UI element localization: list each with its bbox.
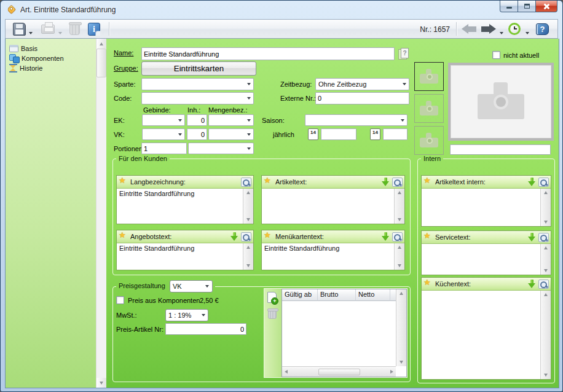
angebotstext-textarea[interactable]: Eintritte Standardführung [117,243,253,270]
vk-gebinde-select[interactable] [142,128,185,140]
textarea-scrollbar[interactable] [394,243,404,270]
magnifier-icon[interactable] [538,233,549,242]
artikeltext-textarea[interactable] [262,189,404,224]
insert-down-arrow-icon[interactable] [528,233,536,242]
textarea-scrollbar[interactable] [540,291,551,379]
price-column-brutto[interactable]: Brutto [318,289,356,301]
price-table-hscrollbar[interactable] [282,366,396,377]
insert-down-arrow-icon[interactable] [528,178,536,187]
insert-down-arrow-icon[interactable] [382,178,390,187]
portionen-einheit-select[interactable] [188,143,254,154]
scrollbar-thumb[interactable] [318,369,360,375]
code-select[interactable] [141,92,254,104]
date-from-input[interactable] [321,128,356,140]
ek-gebinde-select[interactable] [142,114,185,126]
scroll-right-icon[interactable] [390,370,393,374]
magnifier-icon[interactable] [241,232,251,241]
magnifier-icon[interactable] [538,178,549,187]
zeitbezug-select[interactable]: Ohne Zeitbezug [315,78,409,90]
record-number: Nr.: 1657 [420,25,450,34]
toolbar-separator [456,22,457,36]
name-input[interactable] [141,47,395,60]
titlebar[interactable]: Art. Eintritte Standardführung [1,1,562,19]
textarea-scrollbar[interactable] [540,244,551,275]
insert-down-arrow-icon[interactable] [528,280,536,289]
minimize-button[interactable] [500,1,518,12]
sparte-select[interactable] [141,78,254,90]
print-icon[interactable] [41,25,55,34]
vk-label: VK: [114,131,125,138]
scroll-down-icon[interactable] [96,378,106,388]
image-thumbnail-2[interactable] [414,94,444,123]
scrollbar-thumb[interactable] [96,49,106,77]
add-price-icon[interactable] [267,292,277,303]
langbezeichnung-textarea[interactable]: Eintritte Standardführung [117,189,253,224]
servicetext-textarea[interactable] [422,244,551,275]
nicht-aktuell-checkbox[interactable] [492,51,500,59]
vk-mengenbez-select[interactable] [208,128,254,140]
image-preview[interactable] [448,63,554,141]
magnifier-icon[interactable] [392,232,403,241]
sidebar-item-komponenten[interactable]: Komponenten [9,53,92,63]
preis-aus-komponenten-label: Preis aus Komponenten [128,297,200,304]
artikeltext-intern-textarea[interactable] [422,189,551,226]
insert-down-arrow-icon[interactable] [230,232,238,241]
externe-nr-input[interactable] [315,92,409,104]
ek-mengenbez-select[interactable] [208,114,254,126]
textarea-scrollbar[interactable] [243,189,253,224]
save-dropdown-button[interactable] [29,28,33,36]
magnifier-icon[interactable] [538,280,549,289]
scroll-left-icon[interactable] [285,370,288,374]
vk-inh-input[interactable] [187,128,207,140]
magnifier-icon[interactable] [392,178,403,187]
image-thumbnail-1[interactable] [414,62,444,91]
preis-aus-komponenten-checkbox[interactable] [116,296,124,304]
textarea-scrollbar[interactable] [243,243,253,270]
preis-mode-select[interactable]: VK [170,280,213,292]
preis-artikel-input[interactable] [165,323,246,335]
help-icon[interactable]: ? [536,23,549,35]
delete-icon[interactable] [69,23,80,35]
price-table-vscrollbar[interactable] [396,289,406,366]
magnifier-icon[interactable] [241,178,251,187]
history-clock-icon[interactable] [508,23,521,35]
date-to-calendar-button[interactable]: 14 [370,128,380,140]
save-icon[interactable] [13,23,26,36]
sidebar-scrollbar[interactable] [96,39,106,388]
print-dropdown-button[interactable] [58,28,62,36]
maximize-button[interactable] [518,1,536,12]
date-to-input[interactable] [383,128,407,140]
kuechentext-panel: Küchentext: [421,277,551,380]
price-column-netto[interactable]: Netto [356,289,390,301]
date-from-calendar-button[interactable]: 14 [308,128,318,140]
sidebar-item-basis[interactable]: Basis [9,43,92,53]
textarea-scrollbar[interactable] [394,189,404,224]
ek-inh-input[interactable] [187,114,207,126]
forward-dropdown-button[interactable] [500,28,503,36]
menuekartentext-textarea[interactable]: Eintritte Standardführung [262,243,404,270]
image-caption-input[interactable] [450,144,551,155]
price-table[interactable]: Gültig ab Brutto Netto [282,289,407,377]
chevron-down-icon [244,119,253,122]
camera-icon [420,101,438,116]
close-button[interactable] [535,1,557,12]
name-help-button[interactable]: ? [398,48,409,60]
insert-down-arrow-icon[interactable] [382,232,390,241]
textarea-scrollbar[interactable] [540,189,551,226]
form-icon [9,45,18,52]
mwst-select[interactable]: 1 : 19% [165,309,208,321]
scroll-up-icon[interactable] [96,39,106,49]
kuechentext-textarea[interactable] [422,291,551,379]
forward-arrow-icon[interactable] [481,25,496,33]
delete-price-icon[interactable] [268,310,277,319]
history-dropdown-button[interactable] [526,28,529,36]
artikeltext-panel: Artikeltext: [261,175,405,224]
saison-select[interactable] [305,114,407,126]
portionen-input[interactable] [141,143,187,154]
back-arrow-icon[interactable] [462,25,476,33]
gruppe-button[interactable]: Eintrittskarten [141,61,256,76]
sidebar-item-historie[interactable]: Historie [9,63,92,73]
image-thumbnail-3[interactable] [414,126,444,155]
price-column-gueltig-ab[interactable]: Gültig ab [282,289,318,301]
info-icon[interactable]: i [88,23,100,36]
